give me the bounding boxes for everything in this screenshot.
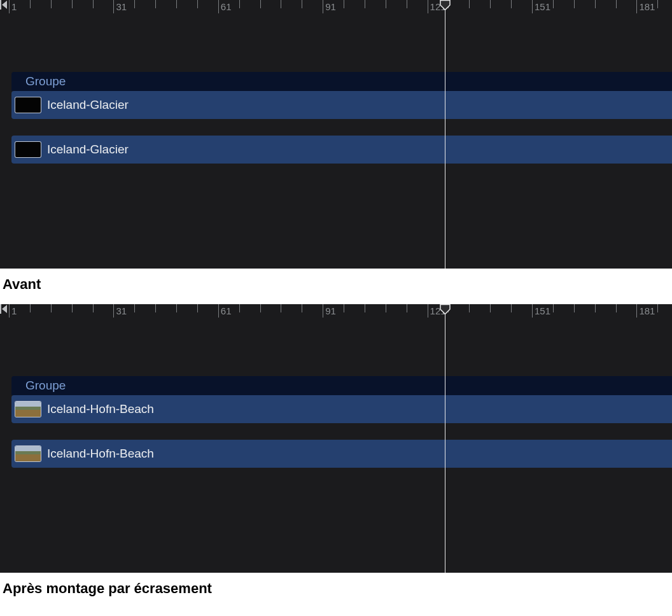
clip-thumbnail-icon	[15, 142, 41, 157]
ruler-tick-major	[428, 0, 428, 13]
timeline-clip[interactable]: Iceland-Hofn-Beach	[11, 440, 672, 468]
ruler-tick-minor	[469, 0, 470, 8]
ruler-tick-major	[532, 0, 533, 13]
ruler-tick-major	[532, 304, 533, 318]
caption-before: Avant	[0, 269, 672, 304]
ruler-tick-minor	[511, 0, 512, 8]
ruler-tick-minor	[657, 0, 658, 8]
timeline-ruler[interactable]: 1316191121151181	[0, 0, 672, 18]
ruler-tick-minor	[176, 0, 177, 8]
ruler-label: 181	[639, 305, 655, 316]
ruler-tick-major	[323, 304, 323, 318]
svg-marker-3	[2, 305, 7, 313]
timeline-ruler[interactable]: 1316191121151181	[0, 304, 672, 323]
timeline-tracks: Groupe Iceland-Hofn-Beach Iceland-Hofn-B…	[0, 323, 672, 573]
timeline-clip[interactable]: Iceland-Glacier	[11, 136, 672, 164]
ruler-tick-minor	[260, 0, 261, 8]
ruler-tick-minor	[386, 304, 386, 312]
ruler-label: 61	[221, 305, 232, 316]
ruler-tick-major	[9, 304, 10, 318]
ruler-tick-minor	[281, 0, 281, 8]
caption-after: Après montage par écrasement	[0, 573, 672, 608]
ruler-tick-minor	[574, 0, 575, 8]
ruler-tick-minor	[30, 304, 31, 312]
ruler-tick-minor	[302, 304, 302, 312]
ruler-tick-minor	[72, 0, 73, 8]
ruler-tick-minor	[344, 304, 344, 312]
timeline-clip[interactable]: Iceland-Hofn-Beach	[11, 395, 672, 423]
ruler-tick-major	[323, 0, 323, 13]
ruler-tick-minor	[616, 304, 617, 312]
ruler-tick-minor	[407, 0, 407, 8]
ruler-tick-major	[218, 0, 219, 13]
ruler-tick-minor	[386, 0, 386, 8]
group-label: Groupe	[25, 379, 66, 393]
ruler-tick-minor	[407, 304, 407, 312]
ruler-tick-minor	[72, 304, 73, 312]
playhead-handle-icon[interactable]	[440, 0, 451, 10]
clip-name: Iceland-Glacier	[47, 98, 129, 112]
ruler-tick-minor	[595, 0, 596, 8]
ruler-tick-minor	[134, 0, 135, 8]
ruler-label: 151	[535, 305, 550, 316]
clip-thumbnail-icon	[15, 446, 41, 461]
group-label: Groupe	[25, 74, 66, 88]
clip-name: Iceland-Hofn-Beach	[47, 447, 154, 461]
ruler-tick-minor	[51, 0, 52, 8]
ruler-tick-minor	[155, 304, 156, 312]
timeline-clip[interactable]: Iceland-Glacier	[11, 91, 672, 119]
ruler-tick-minor	[197, 304, 198, 312]
ruler-tick-minor	[553, 304, 554, 312]
playhead-line[interactable]	[445, 0, 445, 269]
ruler-tick-minor	[490, 304, 491, 312]
ruler-tick-major	[113, 0, 114, 13]
clip-name: Iceland-Hofn-Beach	[47, 402, 154, 416]
ruler-tick-major	[113, 304, 114, 318]
timeline-panel-after: 1316191121151181 Groupe Iceland-Hofn-Bea…	[0, 304, 672, 573]
clip-thumbnail-icon	[15, 402, 41, 417]
clip-thumbnail-icon	[15, 97, 41, 113]
ruler-tick-minor	[239, 304, 240, 312]
ruler-tick-minor	[344, 0, 344, 8]
timeline-panel-before: 1316191121151181 Groupe Iceland-Glacier …	[0, 0, 672, 269]
ruler-tick-minor	[511, 304, 512, 312]
ruler-tick-major	[636, 0, 637, 13]
ruler-label: 31	[116, 305, 127, 316]
ruler-tick-minor	[574, 304, 575, 312]
ruler-tick-minor	[553, 0, 554, 8]
group-header[interactable]: Groupe	[11, 376, 672, 395]
svg-marker-1	[2, 1, 7, 9]
ruler-tick-minor	[595, 304, 596, 312]
ruler-label: 151	[535, 1, 550, 12]
ruler-label: 61	[221, 1, 232, 12]
group-header[interactable]: Groupe	[11, 72, 672, 91]
ruler-tick-minor	[616, 0, 617, 8]
ruler-tick-minor	[469, 304, 470, 312]
ruler-tick-minor	[93, 0, 94, 8]
ruler-tick-major	[218, 304, 219, 318]
ruler-tick-minor	[176, 304, 177, 312]
ruler-tick-minor	[281, 304, 281, 312]
ruler-label: 1	[11, 1, 17, 12]
ruler-label: 181	[639, 1, 655, 12]
playhead-line[interactable]	[445, 304, 445, 573]
playhead-handle-icon[interactable]	[440, 304, 451, 314]
svg-rect-0	[0, 0, 1, 10]
ruler-tick-major	[9, 0, 10, 13]
svg-rect-2	[0, 304, 1, 314]
ruler-tick-major	[428, 304, 428, 318]
ruler-tick-minor	[51, 304, 52, 312]
ruler-tick-minor	[302, 0, 302, 8]
clip-name: Iceland-Glacier	[47, 143, 129, 157]
ruler-tick-minor	[365, 304, 365, 312]
ruler-tick-minor	[155, 0, 156, 8]
ruler-tick-minor	[365, 0, 365, 8]
goto-start-icon[interactable]	[0, 304, 9, 323]
ruler-tick-minor	[490, 0, 491, 8]
ruler-label: 1	[11, 305, 17, 316]
ruler-tick-minor	[260, 304, 261, 312]
ruler-tick-minor	[93, 304, 94, 312]
ruler-tick-minor	[30, 0, 31, 8]
ruler-label: 91	[325, 1, 336, 12]
goto-start-icon[interactable]	[0, 0, 9, 18]
